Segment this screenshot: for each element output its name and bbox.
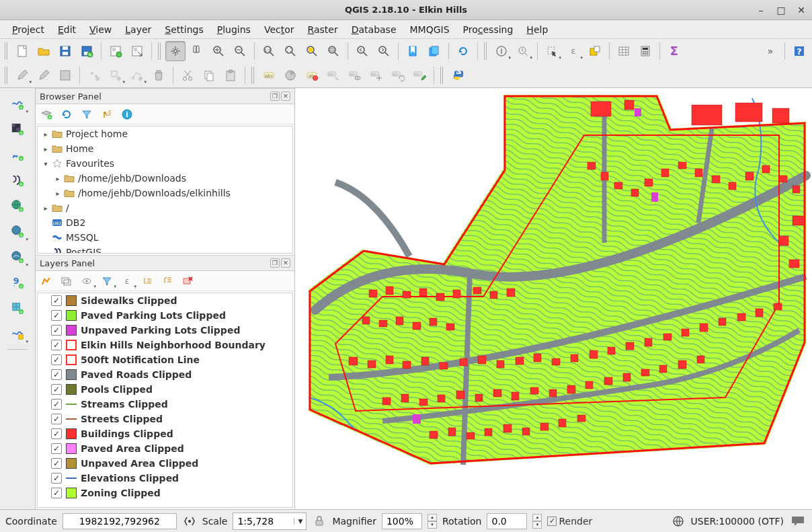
layers-visibility-button[interactable]: ▾ [80,274,93,288]
pan-map-button[interactable] [165,41,186,61]
browser-item[interactable]: ▸/home/jehb/Downloads/elkinhills [38,186,292,200]
zoom-native-button[interactable]: 1:1 [259,41,279,61]
save-project-button[interactable] [55,41,75,61]
help-button[interactable]: ? [789,41,809,61]
layers-expand-all-button[interactable] [140,274,154,288]
layers-filter-button[interactable]: ▾ [100,274,114,288]
pan-to-selection-button[interactable] [187,41,207,61]
browser-add-layer-button[interactable]: + [40,108,53,121]
toolbar-overflow-button[interactable]: » [760,41,780,61]
toggle-editing-button[interactable] [34,65,54,85]
copy-features-button[interactable] [199,65,219,85]
layer-visibility-checkbox[interactable]: ✓ [51,428,62,439]
menu-database[interactable]: Database [346,22,402,38]
magnifier-input[interactable] [382,513,422,529]
zoom-full-button[interactable] [280,41,300,61]
node-tool-button[interactable]: ▾ [127,65,147,85]
scale-dropdown-button[interactable]: ▼ [294,518,306,525]
menu-help[interactable]: Help [521,22,553,38]
menu-processing[interactable]: Processing [458,22,519,38]
layers-collapse-all-button[interactable] [161,274,174,288]
layer-visibility-checkbox[interactable]: ✓ [51,473,62,484]
select-by-expression-button[interactable]: ε▾ [563,41,583,61]
coordinate-input[interactable] [63,513,177,529]
add-raster-layer-button[interactable]: + [6,118,29,141]
save-layer-edits-button[interactable] [55,65,75,85]
delete-selected-button[interactable] [149,65,169,85]
browser-refresh-button[interactable] [60,108,73,121]
zoom-out-button[interactable] [230,41,250,61]
statistics-button[interactable]: Σ [664,41,684,61]
layer-item[interactable]: ✓Streets Clipped [38,412,292,426]
layer-visibility-checkbox[interactable]: ✓ [51,443,62,454]
layer-item[interactable]: ✓Buildings Clipped [38,426,292,441]
zoom-next-button[interactable] [374,41,394,61]
messages-icon[interactable] [789,514,807,529]
layers-remove-button[interactable] [181,274,194,288]
layers-expression-filter-button[interactable]: ε▾ [120,274,134,288]
layer-visibility-checkbox[interactable]: ✓ [51,295,62,306]
layer-visibility-checkbox[interactable]: ✓ [51,354,62,365]
menu-edit[interactable]: Edit [52,22,81,38]
add-feature-button[interactable] [84,65,104,85]
layer-item[interactable]: ✓Zoning Clipped [38,486,292,500]
add-spatialite-layer-button[interactable]: + [6,143,29,166]
new-print-composer-button[interactable] [106,41,126,61]
layer-item[interactable]: ✓Streams Clipped [38,397,292,412]
show-hide-labels-button[interactable]: abc [345,65,365,85]
browser-filter-button[interactable] [80,108,93,121]
layer-visibility-checkbox[interactable]: ✓ [51,399,62,410]
label-tool-button[interactable]: abc [259,65,279,85]
zoom-to-selection-button[interactable] [302,41,322,61]
layer-visibility-checkbox[interactable]: ✓ [51,340,62,350]
zoom-last-button[interactable] [352,41,372,61]
layers-list[interactable]: ✓Sidewalks Clipped✓Paved Parking Lots Cl… [37,293,293,508]
add-wfs-layer-button[interactable]: +▾ [6,245,29,268]
render-checkbox[interactable]: ✓Render [547,516,592,527]
python-console-button[interactable] [448,65,468,85]
new-project-button[interactable] [12,41,32,61]
rotation-input[interactable] [487,513,527,529]
menu-plugins[interactable]: Plugins [212,22,256,38]
layer-item[interactable]: ✓Paved Area Clipped [38,441,292,456]
layer-item[interactable]: ✓Unpaved Area Clipped [38,456,292,471]
browser-item[interactable]: PostGIS [38,245,292,254]
browser-item[interactable]: ▸Project home [38,126,292,141]
add-wcs-layer-button[interactable]: +▾ [6,220,29,243]
scale-input[interactable] [233,513,294,529]
move-label-button[interactable]: abc [366,65,387,85]
add-wms-layer-button[interactable]: + [6,194,29,217]
layer-visibility-checkbox[interactable]: ✓ [51,414,62,424]
layer-item[interactable]: ✓Elkin Hills Neighborhood Boundary [38,338,292,352]
run-feature-action-button[interactable]: ▾ [513,41,533,61]
layer-item[interactable]: ✓Pools Clipped [38,382,292,397]
zoom-to-layer-button[interactable] [323,41,343,61]
show-bookmarks-button[interactable] [424,41,444,61]
browser-panel-dock-button[interactable]: ❐ [270,91,280,101]
layer-visibility-checkbox[interactable]: ✓ [51,369,62,380]
window-minimize-button[interactable]: – [754,3,768,17]
crs-icon[interactable] [671,514,686,529]
map-canvas[interactable] [295,88,812,509]
browser-collapse-all-button[interactable] [100,108,114,121]
cut-features-button[interactable] [177,65,198,85]
layers-style-button[interactable] [40,274,53,288]
browser-item[interactable]: ▸/ [38,200,292,215]
highlight-pinned-labels-button[interactable]: ab [302,65,322,85]
layer-visibility-checkbox[interactable]: ✓ [51,325,62,336]
menu-raster[interactable]: Raster [302,22,343,38]
layers-add-group-button[interactable] [60,274,73,288]
layer-item[interactable]: ✓Sidewalks Clipped [38,293,292,308]
browser-panel-close-button[interactable]: ✕ [281,91,290,101]
layer-item[interactable]: ✓Paved Parking Lots Clipped [38,308,292,323]
layer-visibility-checkbox[interactable]: ✓ [51,310,62,321]
menu-layer[interactable]: Layer [120,22,157,38]
browser-tree[interactable]: ▸Project home▸Home▾Favourites▸/home/jehb… [37,126,293,254]
composer-manager-button[interactable] [127,41,147,61]
add-vector-layer-button[interactable]: +▾ [6,92,29,115]
magnifier-spinner[interactable]: ▴▾ [428,514,437,529]
field-calculator-button[interactable] [635,41,655,61]
layer-item[interactable]: ✓Paved Roads Clipped [38,367,292,382]
layer-item[interactable]: ✓Unpaved Parking Lots Clipped [38,323,292,338]
lock-scale-icon[interactable] [312,514,327,529]
